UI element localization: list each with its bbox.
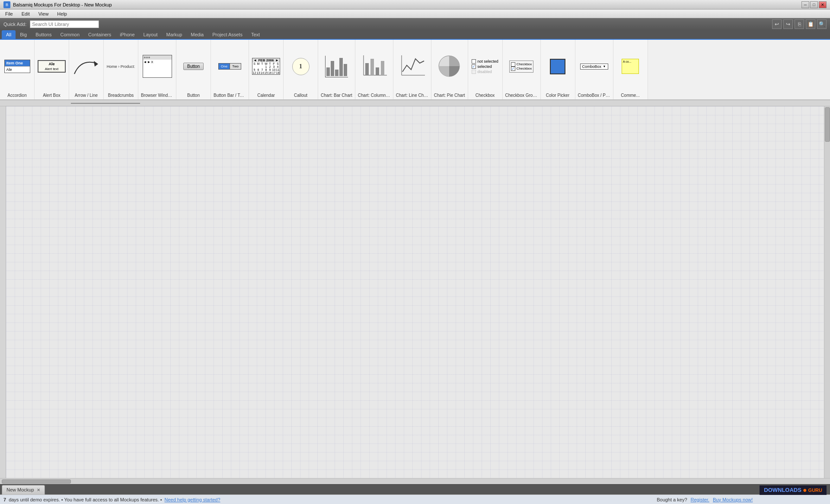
h-scrollbar-thumb[interactable] bbox=[2, 479, 71, 484]
button-bar-label: Button Bar / Tab B... bbox=[214, 93, 246, 98]
tab-text[interactable]: Text bbox=[247, 30, 264, 39]
arrow-icon bbox=[72, 54, 100, 78]
v-scrollbar-thumb[interactable] bbox=[825, 107, 830, 142]
calendar-preview-container: ◄ FEB 2006 ► S M T W T F S bbox=[252, 41, 281, 91]
browser-back: ◄ bbox=[144, 60, 147, 64]
component-chart-column[interactable]: Chart: Column C... bbox=[355, 40, 393, 99]
search-input[interactable] bbox=[30, 20, 99, 28]
component-accordion[interactable]: Item One Ale Accordion bbox=[0, 40, 35, 99]
checkbox-preview-container: not selected ✓ selected disabled bbox=[471, 41, 500, 91]
downloads-domain: GURU bbox=[808, 488, 822, 493]
breadcrumbs-label: Breadcrumbs bbox=[108, 93, 134, 98]
minimize-button[interactable]: ─ bbox=[801, 1, 809, 8]
component-breadcrumbs[interactable]: Home › Product: Breadcrumbs bbox=[104, 40, 138, 99]
tab-big[interactable]: Big bbox=[16, 30, 31, 39]
tab-buttons[interactable]: Buttons bbox=[31, 30, 56, 39]
component-calendar[interactable]: ◄ FEB 2006 ► S M T W T F S bbox=[249, 40, 284, 99]
chart-col-preview-container bbox=[358, 41, 390, 91]
svg-rect-5 bbox=[376, 67, 379, 75]
component-color-picker[interactable]: Color Picker bbox=[541, 40, 575, 99]
checkbox-label-selected: selected bbox=[477, 64, 492, 69]
menu-bar: File Edit View Help bbox=[0, 10, 830, 18]
ruler-mark bbox=[71, 103, 140, 104]
checkbox-group-preview-container: Checkbox ✓ Checkbox bbox=[505, 41, 538, 91]
tab-layout[interactable]: Layout bbox=[139, 30, 162, 39]
calendar-days: S M T W T F S 1 2 3 4 5 bbox=[252, 62, 280, 74]
tab-iphone[interactable]: iPhone bbox=[115, 30, 139, 39]
component-alert-box[interactable]: Ale Alert text Alert Box bbox=[35, 40, 69, 99]
tab-media[interactable]: Media bbox=[186, 30, 208, 39]
buttonbar-btn-two: Two bbox=[230, 63, 241, 70]
downloads-text: DOWNLOADS bbox=[764, 487, 801, 493]
alertbox-preview-container: Ale Alert text bbox=[37, 41, 66, 91]
comment-text: A co... bbox=[623, 60, 631, 63]
chart-bar-label: Chart: Bar Chart bbox=[321, 93, 352, 98]
v-scrollbar[interactable] bbox=[824, 106, 830, 478]
tab-markup[interactable]: Markup bbox=[162, 30, 187, 39]
component-browser-window[interactable]: ◄ ► X Browser Window bbox=[138, 40, 176, 99]
tab-new-mockup[interactable]: New Mockup ✕ bbox=[2, 485, 45, 494]
checkbox-label-disabled: disabled bbox=[477, 70, 492, 74]
component-combobox[interactable]: ComboBox ▼ ComboBox / Pull... bbox=[575, 40, 613, 99]
copy-button[interactable]: ⎘ bbox=[795, 19, 804, 29]
comment-preview: A co... bbox=[622, 59, 639, 74]
component-callout[interactable]: 1 Callout bbox=[284, 40, 318, 99]
menu-file[interactable]: File bbox=[3, 10, 16, 17]
redo-button[interactable]: ↪ bbox=[783, 19, 793, 29]
component-button-bar[interactable]: One Two Button Bar / Tab B... bbox=[211, 40, 249, 99]
component-chart-bar[interactable]: Chart: Bar Chart bbox=[318, 40, 355, 99]
component-chart-pie[interactable]: Chart: Pie Chart bbox=[431, 40, 468, 99]
search-button[interactable]: 🔍 bbox=[817, 19, 827, 29]
title-bar-left: B Balsamiq Mockups For Desktop - New Moc… bbox=[3, 1, 112, 8]
cal-prev: ◄ bbox=[253, 58, 257, 62]
tab-common[interactable]: Common bbox=[56, 30, 84, 39]
menu-view[interactable]: View bbox=[36, 10, 51, 17]
quick-add-bar: Quick Add: ↩ ↪ ⎘ 📋 🔍 bbox=[0, 18, 830, 30]
title-bar-controls: ─ □ ✕ bbox=[801, 1, 827, 8]
checkbox-label: Checkbox bbox=[476, 93, 495, 98]
tab-containers[interactable]: Containers bbox=[84, 30, 115, 39]
status-buy-link[interactable]: Buy Mockups now! bbox=[713, 497, 753, 502]
component-checkbox[interactable]: not selected ✓ selected disabled Checkbo… bbox=[468, 40, 503, 99]
canvas-area[interactable] bbox=[6, 106, 824, 478]
component-chart-line[interactable]: Chart: Line Chart bbox=[393, 40, 431, 99]
close-button[interactable]: ✕ bbox=[819, 1, 827, 8]
chart-column-label: Chart: Column C... bbox=[358, 93, 390, 98]
tab-all[interactable]: All bbox=[2, 30, 16, 39]
chkgrp-lbl-2: Checkbox bbox=[517, 67, 532, 70]
color-picker-preview bbox=[550, 59, 565, 74]
browser-preview-container: ◄ ► X bbox=[141, 41, 173, 91]
accordion-normal-item: Ale bbox=[5, 66, 30, 73]
status-message: days until demo expires. • You have full… bbox=[9, 497, 162, 502]
chart-line-label: Chart: Line Chart bbox=[396, 93, 428, 98]
browser-dot-3 bbox=[148, 57, 150, 58]
undo-button[interactable]: ↩ bbox=[772, 19, 782, 29]
component-comment[interactable]: A co... Comme... bbox=[613, 40, 648, 99]
category-tabs: All Big Buttons Common Containers iPhone… bbox=[0, 30, 830, 40]
menu-help[interactable]: Help bbox=[54, 10, 70, 17]
checkbox-checked: ✓ bbox=[472, 64, 476, 69]
quick-add-label: Quick Add: bbox=[3, 22, 26, 27]
component-arrow[interactable]: Arrow / Line bbox=[69, 40, 104, 99]
status-register-link[interactable]: Register. bbox=[691, 497, 709, 502]
breadcrumb-item-home: Home bbox=[107, 64, 117, 69]
canvas-wrapper bbox=[0, 100, 830, 484]
status-bar: 7 days until demo expires. • You have fu… bbox=[0, 494, 830, 504]
tab-close-icon[interactable]: ✕ bbox=[37, 488, 40, 492]
component-checkbox-group[interactable]: Checkbox ✓ Checkbox Checkbox Group bbox=[503, 40, 541, 99]
component-button[interactable]: Button Button bbox=[176, 40, 211, 99]
h-scrollbar[interactable] bbox=[0, 478, 830, 484]
breadcrumb-item-product: Product: bbox=[121, 64, 135, 69]
menu-edit[interactable]: Edit bbox=[19, 10, 32, 17]
callout-preview: 1 bbox=[292, 58, 310, 75]
app: B Balsamiq Mockups For Desktop - New Moc… bbox=[0, 0, 830, 504]
calendar-header: ◄ FEB 2006 ► bbox=[252, 58, 280, 62]
maximize-button[interactable]: □ bbox=[810, 1, 818, 8]
tab-project-assets[interactable]: Project Assets bbox=[208, 30, 247, 39]
v-ruler bbox=[0, 106, 6, 478]
button-label: Button bbox=[187, 93, 200, 98]
browser-stop: X bbox=[151, 60, 153, 64]
callout-label: Callout bbox=[294, 93, 307, 98]
status-help-link[interactable]: Need help getting started? bbox=[165, 497, 220, 502]
paste-button[interactable]: 📋 bbox=[806, 19, 815, 29]
